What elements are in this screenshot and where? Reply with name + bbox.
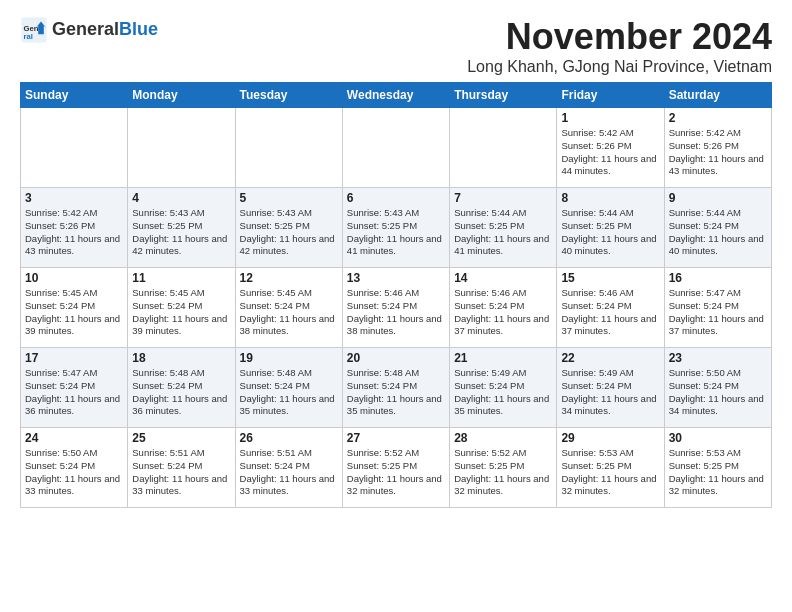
calendar-header-row: SundayMondayTuesdayWednesdayThursdayFrid… [21,83,772,108]
calendar-cell: 7Sunrise: 5:44 AMSunset: 5:25 PMDaylight… [450,188,557,268]
calendar-cell [21,108,128,188]
calendar-cell: 9Sunrise: 5:44 AMSunset: 5:24 PMDaylight… [664,188,771,268]
day-info: Sunrise: 5:50 AMSunset: 5:24 PMDaylight:… [669,367,767,418]
day-info: Sunrise: 5:45 AMSunset: 5:24 PMDaylight:… [132,287,230,338]
page-header: Gene ral GeneralBlue November 2024 Long … [20,16,772,76]
day-info: Sunrise: 5:44 AMSunset: 5:24 PMDaylight:… [669,207,767,258]
day-number: 22 [561,351,659,365]
calendar-cell: 27Sunrise: 5:52 AMSunset: 5:25 PMDayligh… [342,428,449,508]
calendar-cell: 30Sunrise: 5:53 AMSunset: 5:25 PMDayligh… [664,428,771,508]
day-number: 7 [454,191,552,205]
day-info: Sunrise: 5:44 AMSunset: 5:25 PMDaylight:… [454,207,552,258]
day-info: Sunrise: 5:46 AMSunset: 5:24 PMDaylight:… [454,287,552,338]
day-number: 12 [240,271,338,285]
day-number: 29 [561,431,659,445]
calendar-cell: 28Sunrise: 5:52 AMSunset: 5:25 PMDayligh… [450,428,557,508]
calendar-cell: 21Sunrise: 5:49 AMSunset: 5:24 PMDayligh… [450,348,557,428]
day-info: Sunrise: 5:50 AMSunset: 5:24 PMDaylight:… [25,447,123,498]
day-info: Sunrise: 5:52 AMSunset: 5:25 PMDaylight:… [454,447,552,498]
calendar-cell: 24Sunrise: 5:50 AMSunset: 5:24 PMDayligh… [21,428,128,508]
day-info: Sunrise: 5:48 AMSunset: 5:24 PMDaylight:… [347,367,445,418]
weekday-header-sunday: Sunday [21,83,128,108]
day-info: Sunrise: 5:44 AMSunset: 5:25 PMDaylight:… [561,207,659,258]
day-number: 30 [669,431,767,445]
calendar-table: SundayMondayTuesdayWednesdayThursdayFrid… [20,82,772,508]
calendar-cell: 16Sunrise: 5:47 AMSunset: 5:24 PMDayligh… [664,268,771,348]
day-number: 17 [25,351,123,365]
day-number: 8 [561,191,659,205]
calendar-cell: 6Sunrise: 5:43 AMSunset: 5:25 PMDaylight… [342,188,449,268]
calendar-cell: 18Sunrise: 5:48 AMSunset: 5:24 PMDayligh… [128,348,235,428]
day-info: Sunrise: 5:45 AMSunset: 5:24 PMDaylight:… [240,287,338,338]
weekday-header-tuesday: Tuesday [235,83,342,108]
calendar-cell [128,108,235,188]
logo-blue-text: Blue [119,19,158,39]
day-info: Sunrise: 5:43 AMSunset: 5:25 PMDaylight:… [240,207,338,258]
day-number: 20 [347,351,445,365]
day-info: Sunrise: 5:51 AMSunset: 5:24 PMDaylight:… [240,447,338,498]
day-number: 16 [669,271,767,285]
day-number: 5 [240,191,338,205]
calendar-cell: 14Sunrise: 5:46 AMSunset: 5:24 PMDayligh… [450,268,557,348]
calendar-cell: 17Sunrise: 5:47 AMSunset: 5:24 PMDayligh… [21,348,128,428]
calendar-cell: 29Sunrise: 5:53 AMSunset: 5:25 PMDayligh… [557,428,664,508]
calendar-cell: 5Sunrise: 5:43 AMSunset: 5:25 PMDaylight… [235,188,342,268]
day-info: Sunrise: 5:49 AMSunset: 5:24 PMDaylight:… [454,367,552,418]
day-info: Sunrise: 5:47 AMSunset: 5:24 PMDaylight:… [25,367,123,418]
calendar-cell [450,108,557,188]
day-info: Sunrise: 5:46 AMSunset: 5:24 PMDaylight:… [561,287,659,338]
day-info: Sunrise: 5:46 AMSunset: 5:24 PMDaylight:… [347,287,445,338]
day-number: 10 [25,271,123,285]
day-info: Sunrise: 5:42 AMSunset: 5:26 PMDaylight:… [669,127,767,178]
calendar-cell: 11Sunrise: 5:45 AMSunset: 5:24 PMDayligh… [128,268,235,348]
calendar-cell: 22Sunrise: 5:49 AMSunset: 5:24 PMDayligh… [557,348,664,428]
weekday-header-friday: Friday [557,83,664,108]
calendar-week-2: 3Sunrise: 5:42 AMSunset: 5:26 PMDaylight… [21,188,772,268]
day-info: Sunrise: 5:48 AMSunset: 5:24 PMDaylight:… [132,367,230,418]
calendar-cell [342,108,449,188]
day-number: 15 [561,271,659,285]
location-subtitle: Long Khanh, GJong Nai Province, Vietnam [467,58,772,76]
day-number: 14 [454,271,552,285]
weekday-header-wednesday: Wednesday [342,83,449,108]
calendar-week-1: 1Sunrise: 5:42 AMSunset: 5:26 PMDaylight… [21,108,772,188]
calendar-cell: 1Sunrise: 5:42 AMSunset: 5:26 PMDaylight… [557,108,664,188]
day-info: Sunrise: 5:47 AMSunset: 5:24 PMDaylight:… [669,287,767,338]
logo: Gene ral GeneralBlue [20,16,158,44]
calendar-cell: 25Sunrise: 5:51 AMSunset: 5:24 PMDayligh… [128,428,235,508]
weekday-header-saturday: Saturday [664,83,771,108]
day-info: Sunrise: 5:42 AMSunset: 5:26 PMDaylight:… [561,127,659,178]
day-number: 13 [347,271,445,285]
day-info: Sunrise: 5:53 AMSunset: 5:25 PMDaylight:… [561,447,659,498]
day-number: 11 [132,271,230,285]
day-number: 24 [25,431,123,445]
day-info: Sunrise: 5:45 AMSunset: 5:24 PMDaylight:… [25,287,123,338]
day-info: Sunrise: 5:52 AMSunset: 5:25 PMDaylight:… [347,447,445,498]
day-info: Sunrise: 5:51 AMSunset: 5:24 PMDaylight:… [132,447,230,498]
day-number: 18 [132,351,230,365]
calendar-cell: 26Sunrise: 5:51 AMSunset: 5:24 PMDayligh… [235,428,342,508]
calendar-week-3: 10Sunrise: 5:45 AMSunset: 5:24 PMDayligh… [21,268,772,348]
day-info: Sunrise: 5:43 AMSunset: 5:25 PMDaylight:… [347,207,445,258]
calendar-cell: 8Sunrise: 5:44 AMSunset: 5:25 PMDaylight… [557,188,664,268]
day-info: Sunrise: 5:53 AMSunset: 5:25 PMDaylight:… [669,447,767,498]
calendar-cell: 23Sunrise: 5:50 AMSunset: 5:24 PMDayligh… [664,348,771,428]
calendar-cell: 12Sunrise: 5:45 AMSunset: 5:24 PMDayligh… [235,268,342,348]
day-number: 3 [25,191,123,205]
day-number: 4 [132,191,230,205]
day-number: 27 [347,431,445,445]
weekday-header-monday: Monday [128,83,235,108]
day-info: Sunrise: 5:48 AMSunset: 5:24 PMDaylight:… [240,367,338,418]
day-number: 19 [240,351,338,365]
calendar-cell: 4Sunrise: 5:43 AMSunset: 5:25 PMDaylight… [128,188,235,268]
calendar-cell: 3Sunrise: 5:42 AMSunset: 5:26 PMDaylight… [21,188,128,268]
day-number: 26 [240,431,338,445]
svg-text:ral: ral [24,32,33,41]
calendar-cell: 15Sunrise: 5:46 AMSunset: 5:24 PMDayligh… [557,268,664,348]
calendar-week-4: 17Sunrise: 5:47 AMSunset: 5:24 PMDayligh… [21,348,772,428]
logo-general-text: General [52,19,119,39]
title-area: November 2024 Long Khanh, GJong Nai Prov… [467,16,772,76]
calendar-cell [235,108,342,188]
calendar-cell: 20Sunrise: 5:48 AMSunset: 5:24 PMDayligh… [342,348,449,428]
logo-icon: Gene ral [20,16,48,44]
